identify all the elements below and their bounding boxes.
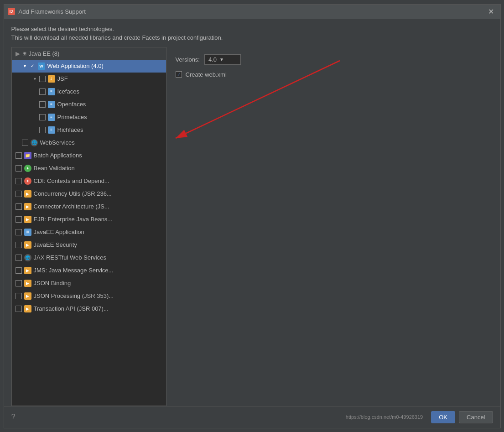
item-label-connector: Connector Architecture (JS... — [34, 203, 109, 210]
ejb-icon: ▶ — [24, 216, 31, 223]
checkbox-json-binding[interactable] — [16, 280, 22, 286]
item-label-transaction: Transaction API (JSR 007)... — [34, 305, 109, 312]
web-icon: W — [38, 62, 45, 70]
dropdown-arrow-icon: ▼ — [219, 57, 224, 62]
primefaces-icon: ≡ — [48, 114, 55, 121]
checkbox-concurrency[interactable] — [16, 191, 22, 197]
tree-item-transaction[interactable]: ▶ Transaction API (JSR 007)... — [12, 302, 166, 315]
cancel-button[interactable]: Cancel — [459, 411, 493, 423]
annotation-arrow — [166, 47, 493, 406]
description: Please select the desired technologies. … — [4, 19, 500, 47]
tree-section-javaee: ▶ ⊞ Java EE (8) — [12, 47, 166, 60]
tree-item-richfaces[interactable]: ≡ Richfaces — [12, 124, 166, 136]
item-label-jsf: JSF — [57, 75, 68, 82]
expand-icon-jsf: ▼ — [32, 76, 38, 82]
help-button[interactable]: ? — [11, 413, 16, 421]
bean-icon: ✦ — [24, 165, 31, 172]
checkbox-bean-validation[interactable] — [16, 165, 22, 172]
item-label-cdi: CDI: Contexts and Depend... — [34, 177, 109, 184]
tree-item-jax-rest[interactable]: 🌐 JAX RESTful Web Services — [12, 251, 166, 264]
tree-item-connector[interactable]: ▶ Connector Architecture (JS... — [12, 200, 166, 213]
tree-item-batch[interactable]: 📁 Batch Applications — [12, 149, 166, 162]
json-processing-icon: ▶ — [24, 292, 31, 300]
tree-item-webservices[interactable]: 🌐 WebServices — [12, 136, 166, 149]
transaction-icon: ▶ — [24, 305, 31, 312]
openfaces-icon: ≡ — [48, 101, 55, 108]
item-label-json-processing: JSON Processing (JSR 353)... — [34, 292, 114, 299]
webservices-icon: 🌐 — [31, 139, 38, 146]
icefaces-icon: ≡ — [48, 88, 55, 95]
title-bar: IJ Add Frameworks Support ✕ — [4, 5, 500, 19]
item-label-javaee-app: JavaEE Application — [34, 229, 84, 235]
tree-item-json-binding[interactable]: ▶ JSON Binding — [12, 277, 166, 290]
item-label-concurrency: Concurrency Utils (JSR 236... — [34, 190, 112, 197]
checkbox-javaee-app[interactable] — [16, 229, 22, 235]
ok-button[interactable]: OK — [431, 411, 455, 423]
version-value: 4.0 — [208, 56, 217, 63]
close-button[interactable]: ✕ — [485, 6, 497, 17]
item-label-web-application: Web Application (4.0) — [47, 62, 104, 69]
javaee-sec-icon: ▶ — [24, 241, 31, 249]
checkbox-richfaces[interactable] — [39, 127, 46, 133]
checkbox-connector[interactable] — [16, 203, 22, 210]
jsf-icon: J — [48, 75, 55, 83]
checkbox-openfaces[interactable] — [39, 101, 46, 108]
tree-item-javaee-app[interactable]: ⊞ JavaEE Application — [12, 226, 166, 239]
item-label-batch: Batch Applications — [34, 152, 82, 159]
item-label-icefaces: Icefaces — [57, 88, 79, 95]
tree-item-bean-validation[interactable]: ✦ Bean Validation — [12, 162, 166, 175]
item-label-bean-validation: Bean Validation — [34, 165, 75, 172]
checkbox-jsf[interactable] — [39, 76, 46, 82]
item-label-ejb: EJB: Enterprise Java Beans... — [34, 216, 113, 223]
tree-item-concurrency[interactable]: ▶ Concurrency Utils (JSR 236... — [12, 187, 166, 200]
item-label-jax-rest: JAX RESTful Web Services — [34, 254, 106, 261]
tree-item-javaee-sec[interactable]: ▶ JavaEE Security — [12, 239, 166, 251]
versions-label: Versions: — [176, 56, 200, 63]
jax-icon: 🌐 — [24, 254, 31, 261]
checkbox-jax-rest[interactable] — [16, 255, 22, 261]
jms-icon: ▶ — [24, 267, 31, 274]
footer-right: https://blog.csdn.net/m0-49926319 OK Can… — [346, 411, 493, 423]
app-icon: IJ — [8, 8, 15, 15]
right-panel: Versions: 4.0 ▼ Create web.xml — [166, 47, 493, 406]
version-dropdown[interactable]: 4.0 ▼ — [204, 54, 241, 65]
checkbox-cdi[interactable] — [16, 178, 22, 184]
create-xml-label: Create web.xml — [186, 71, 227, 78]
javaee-app-icon: ⊞ — [24, 229, 31, 236]
dialog-title: Add Frameworks Support — [19, 8, 485, 15]
checkbox-json-processing[interactable] — [16, 293, 22, 299]
checkbox-javaee-sec[interactable] — [16, 242, 22, 248]
richfaces-icon: ≡ — [48, 126, 55, 134]
tree-item-openfaces[interactable]: ≡ Openfaces — [12, 98, 166, 111]
checkbox-ejb[interactable] — [16, 216, 22, 223]
tree-item-ejb[interactable]: ▶ EJB: Enterprise Java Beans... — [12, 213, 166, 226]
tree-item-icefaces[interactable]: ≡ Icefaces — [12, 85, 166, 98]
tree-item-web-application[interactable]: ▼ W Web Application (4.0) — [12, 60, 166, 73]
cdi-icon: ✦ — [24, 177, 31, 185]
tree-item-primefaces[interactable]: ≡ Primefaces — [12, 111, 166, 124]
create-xml-checkbox[interactable] — [176, 71, 182, 78]
description-line2: This will download all needed libraries … — [11, 33, 493, 42]
create-xml-row: Create web.xml — [176, 71, 484, 78]
checkbox-transaction[interactable] — [16, 306, 22, 312]
tree-item-cdi[interactable]: ✦ CDI: Contexts and Depend... — [12, 175, 166, 187]
checkbox-batch[interactable] — [16, 152, 22, 159]
footer: ? https://blog.csdn.net/m0-49926319 OK C… — [4, 406, 500, 428]
item-label-jms: JMS: Java Message Service... — [34, 267, 114, 274]
versions-row: Versions: 4.0 ▼ — [176, 54, 484, 65]
item-label-primefaces: Primefaces — [57, 114, 87, 120]
tree-item-jsf[interactable]: ▼ J JSF — [12, 73, 166, 85]
tree-item-json-processing[interactable]: ▶ JSON Processing (JSR 353)... — [12, 290, 166, 302]
json-binding-icon: ▶ — [24, 280, 31, 287]
item-label-openfaces: Openfaces — [57, 101, 86, 108]
checkbox-jms[interactable] — [16, 267, 22, 274]
checkbox-primefaces[interactable] — [39, 114, 46, 120]
checkbox-icefaces[interactable] — [39, 88, 46, 95]
checkbox-web-application[interactable] — [29, 63, 36, 69]
tree-item-jms[interactable]: ▶ JMS: Java Message Service... — [12, 264, 166, 277]
item-label-json-binding: JSON Binding — [34, 280, 71, 286]
dialog: IJ Add Frameworks Support ✕ Please selec… — [4, 4, 501, 428]
framework-tree: ▶ ⊞ Java EE (8) ▼ W Web Application (4.0… — [11, 47, 166, 406]
checkbox-webservices[interactable] — [22, 140, 28, 146]
expand-icon-web: ▼ — [22, 63, 28, 69]
